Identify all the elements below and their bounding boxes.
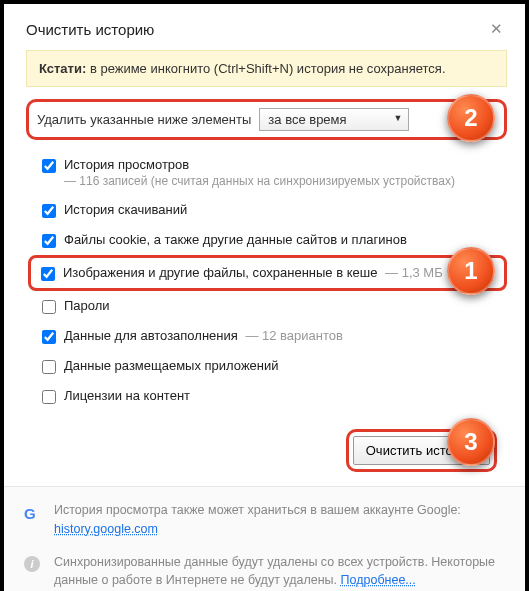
- footer-sync-row: i Синхронизированные данные будут удален…: [24, 553, 505, 591]
- dialog-header: Очистить историю ✕: [4, 4, 525, 50]
- time-range-label: Удалить указанные ниже элементы: [37, 112, 251, 127]
- checkbox-autofill[interactable]: [42, 330, 56, 344]
- opt-label: Лицензии на контент: [64, 388, 190, 403]
- option-cookies[interactable]: Файлы cookie, а также другие данные сайт…: [38, 225, 507, 255]
- time-range-row: Удалить указанные ниже элементы за все в…: [26, 99, 507, 140]
- opt-label: История просмотров: [64, 157, 189, 172]
- checkbox-passwords[interactable]: [42, 300, 56, 314]
- footer-google-text: История просмотра также может храниться …: [54, 503, 461, 517]
- dialog-footer: G История просмотра также может хранитьс…: [4, 486, 525, 591]
- options-list: История просмотров — 116 записей (не счи…: [38, 150, 507, 411]
- dialog-actions: Очистить историю: [4, 411, 525, 486]
- info-icon: i: [24, 555, 42, 574]
- learn-more-link[interactable]: Подробнее...: [341, 573, 416, 587]
- opt-label: Файлы cookie, а также другие данные сайт…: [64, 232, 407, 247]
- checkbox-hosted[interactable]: [42, 360, 56, 374]
- option-passwords[interactable]: Пароли: [38, 291, 507, 321]
- opt-hint: — 1,3 МБ: [385, 265, 443, 280]
- checkbox-licenses[interactable]: [42, 390, 56, 404]
- checkbox-cookies[interactable]: [42, 234, 56, 248]
- checkbox-cache[interactable]: [41, 267, 55, 281]
- clear-history-dialog: Очистить историю ✕ Кстати: в режиме инко…: [4, 4, 525, 587]
- google-logo-icon: G: [24, 503, 42, 526]
- opt-label: История скачиваний: [64, 202, 187, 217]
- dialog-title: Очистить историю: [26, 21, 154, 38]
- option-autofill[interactable]: Данные для автозаполнения — 12 вариантов: [38, 321, 507, 351]
- footer-sync-text: Синхронизированные данные будут удалены …: [54, 555, 495, 588]
- checkbox-downloads[interactable]: [42, 204, 56, 218]
- incognito-info-bar: Кстати: в режиме инкогнито (Ctrl+Shift+N…: [26, 50, 507, 87]
- info-text: в режиме инкогнито (Ctrl+Shift+N) истори…: [90, 61, 446, 76]
- opt-hint: — 12 вариантов: [245, 328, 343, 343]
- opt-label: Данные для автозаполнения: [64, 328, 238, 343]
- option-licenses[interactable]: Лицензии на контент: [38, 381, 507, 411]
- option-downloads[interactable]: История скачиваний: [38, 195, 507, 225]
- option-hosted-apps[interactable]: Данные размещаемых приложений: [38, 351, 507, 381]
- footer-google-row: G История просмотра также может хранитьс…: [24, 501, 505, 539]
- option-cache[interactable]: Изображения и другие файлы, сохраненные …: [28, 255, 507, 291]
- annotation-badge-3: 3: [447, 418, 495, 466]
- opt-hint: — 116 записей (не считая данных на синхр…: [64, 174, 455, 188]
- opt-label: Данные размещаемых приложений: [64, 358, 279, 373]
- option-browsing-history[interactable]: История просмотров — 116 записей (не счи…: [38, 150, 507, 195]
- opt-label: Пароли: [64, 298, 110, 313]
- time-range-value: за все время: [268, 112, 346, 127]
- time-range-select[interactable]: за все время: [259, 108, 409, 131]
- checkbox-browsing[interactable]: [42, 159, 56, 173]
- opt-label: Изображения и другие файлы, сохраненные …: [63, 265, 377, 280]
- info-prefix: Кстати:: [39, 61, 90, 76]
- history-google-link[interactable]: history.google.com: [54, 522, 158, 536]
- annotation-badge-2: 2: [447, 94, 495, 142]
- close-icon[interactable]: ✕: [486, 18, 507, 40]
- annotation-badge-1: 1: [447, 247, 495, 295]
